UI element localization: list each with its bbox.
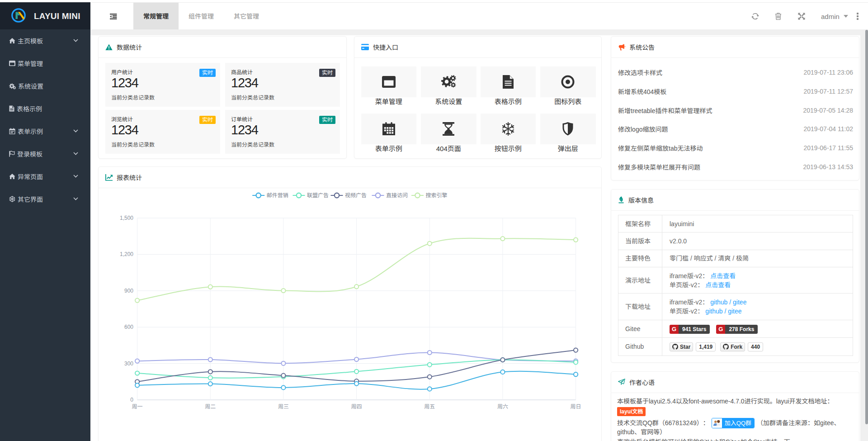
svg-text:周一: 周一 xyxy=(132,403,143,410)
svg-text:周日: 周日 xyxy=(571,403,581,410)
svg-text:视频广告: 视频广告 xyxy=(345,192,367,199)
svg-text:周六: 周六 xyxy=(497,403,508,410)
svg-text:300: 300 xyxy=(124,360,133,367)
svg-text:周三: 周三 xyxy=(278,403,289,410)
svg-text:1,200: 1,200 xyxy=(120,251,133,257)
svg-text:联盟广告: 联盟广告 xyxy=(307,192,329,199)
svg-text:直接访问: 直接访问 xyxy=(386,192,408,199)
svg-text:邮件营销: 邮件营销 xyxy=(267,192,288,199)
svg-text:900: 900 xyxy=(124,288,133,294)
svg-text:0: 0 xyxy=(130,397,133,403)
svg-text:1,500: 1,500 xyxy=(120,215,133,221)
svg-text:搜索引擎: 搜索引擎 xyxy=(426,192,448,199)
svg-text:周二: 周二 xyxy=(205,403,216,410)
svg-text:周四: 周四 xyxy=(351,403,362,410)
svg-text:600: 600 xyxy=(124,324,133,330)
svg-text:周五: 周五 xyxy=(424,403,435,410)
